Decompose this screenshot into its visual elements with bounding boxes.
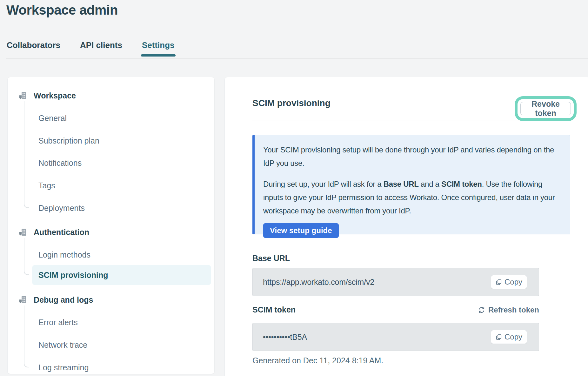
sidebar-section-label: Workspace <box>34 91 76 100</box>
organization-icon <box>18 91 27 100</box>
scim-info-callout: Your SCIM provisioning setup will be don… <box>252 135 570 234</box>
sidebar-item-error-alerts[interactable]: Error alerts <box>38 317 78 328</box>
settings-nav-sidebar: Workspace General Subscription plan Noti… <box>7 77 215 374</box>
tab-api-clients[interactable]: API clients <box>80 40 122 57</box>
base-url-label: Base URL <box>252 254 290 263</box>
info-bold-scim-token: SCIM token <box>441 180 482 188</box>
base-url-field: https://app.workato.com/scim/v2 Copy <box>252 268 539 296</box>
sidebar-item-tags[interactable]: Tags <box>38 180 55 191</box>
highlight-ring-annotation: Revoke token <box>515 96 577 121</box>
copy-icon <box>496 279 502 285</box>
sidebar-item-notifications[interactable]: Notifications <box>38 157 82 169</box>
refresh-icon <box>478 306 485 313</box>
copy-button-label: Copy <box>504 332 522 341</box>
copy-base-url-button[interactable]: Copy <box>491 275 527 289</box>
sidebar-section-label: Debug and logs <box>34 295 93 305</box>
base-url-value: https://app.workato.com/scim/v2 <box>263 278 491 287</box>
info-bold-base-url: Base URL <box>384 180 419 188</box>
sidebar-section-authentication[interactable]: Authentication <box>18 226 89 238</box>
workspace-admin-screen: Workspace admin Collaborators API client… <box>0 0 588 376</box>
scim-token-masked-value: ••••••••••tB5A <box>263 332 491 342</box>
tab-settings[interactable]: Settings <box>142 40 175 57</box>
tree-connector <box>24 101 29 208</box>
sidebar-item-network-trace[interactable]: Network trace <box>38 339 87 351</box>
copy-scim-token-button[interactable]: Copy <box>491 330 527 344</box>
scim-token-label: SCIM token <box>252 305 296 314</box>
copy-icon <box>496 334 502 340</box>
copy-button-label: Copy <box>504 278 522 286</box>
sidebar-section-workspace[interactable]: Workspace <box>18 90 76 101</box>
info-paragraph: During set up, your IdP will ask for a B… <box>263 178 562 218</box>
scim-provisioning-panel: SCIM provisioning Revoke token Your SCIM… <box>224 77 588 376</box>
tab-collaborators[interactable]: Collaborators <box>7 40 60 57</box>
sidebar-item-login-methods[interactable]: Login methods <box>38 249 90 260</box>
scim-token-field: ••••••••••tB5A Copy <box>252 323 539 351</box>
info-paragraph: Your SCIM provisioning setup will be don… <box>263 143 562 170</box>
sidebar-item-general[interactable]: General <box>38 112 67 124</box>
token-generated-timestamp: Generated on Dec 11, 2024 8:19 AM. <box>252 356 383 365</box>
scim-token-header-row: SCIM token Refresh token <box>252 305 539 314</box>
sidebar-item-deployments[interactable]: Deployments <box>38 202 85 214</box>
info-text-segment: During set up, your IdP will ask for a <box>263 180 384 188</box>
refresh-token-link[interactable]: Refresh token <box>478 306 539 314</box>
organization-icon <box>18 296 27 304</box>
panel-heading: SCIM provisioning <box>252 98 331 108</box>
info-text-segment: and a <box>419 180 441 188</box>
tree-connector <box>24 306 29 367</box>
tree-connector <box>24 238 29 275</box>
tab-bar: Collaborators API clients Settings <box>7 40 175 57</box>
organization-icon <box>18 228 27 237</box>
header-divider <box>6 58 588 59</box>
sidebar-item-scim-provisioning[interactable]: SCIM provisioning <box>32 265 211 285</box>
sidebar-item-subscription-plan[interactable]: Subscription plan <box>38 135 99 146</box>
sidebar-section-label: Authentication <box>34 228 89 237</box>
sidebar-item-log-streaming[interactable]: Log streaming <box>38 362 89 373</box>
page-title: Workspace admin <box>6 3 118 18</box>
revoke-token-button[interactable]: Revoke token <box>520 102 571 115</box>
refresh-token-label: Refresh token <box>488 306 539 314</box>
view-setup-guide-button[interactable]: View setup guide <box>263 223 339 238</box>
sidebar-section-debug-and-logs[interactable]: Debug and logs <box>18 294 93 306</box>
